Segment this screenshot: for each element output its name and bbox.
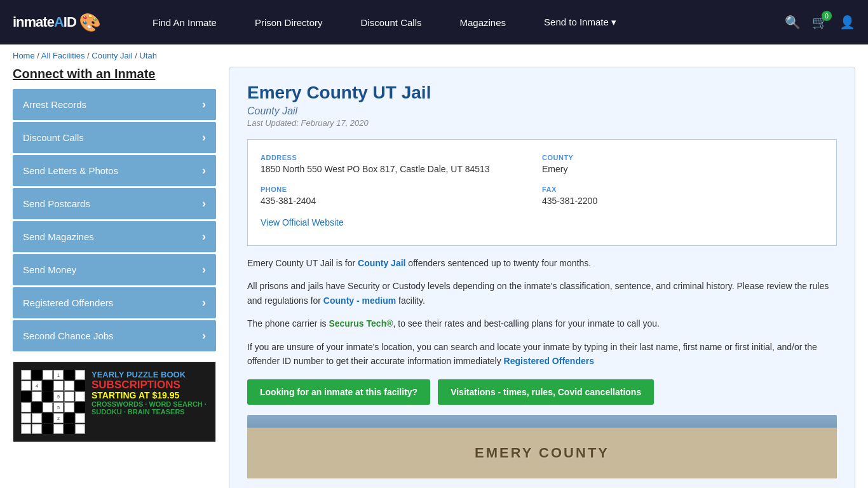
sidebar-item-label: Send Postcards [23,198,90,209]
content-panel: Emery County UT Jail County Jail Last Up… [229,67,855,488]
header: inmateAID 🎨 Find An Inmate Prison Direct… [0,0,868,44]
chevron-right-icon: › [202,98,206,111]
nav-send-to-inmate[interactable]: Send to Inmate ▾ [525,0,635,44]
chevron-right-icon: › [202,164,206,177]
sidebar-item-send-letters[interactable]: Send Letters & Photos › [13,155,216,186]
facility-building: EMERY COUNTY [247,428,837,478]
desc-2: All prisons and jails have Security or C… [247,279,837,308]
sidebar-item-label: Second Chance Jobs [23,330,114,341]
action-buttons: Looking for an inmate at this facility? … [247,379,837,405]
website-link[interactable]: View Official Website [261,217,344,227]
address-value: 1850 North 550 West PO Box 817, Castle D… [261,164,536,174]
sidebar-item-arrest-records[interactable]: Arrest Records › [13,89,216,120]
chevron-right-icon: › [202,296,206,309]
ad-banner[interactable]: 1 4 9 [13,362,216,442]
sidebar-item-discount-calls[interactable]: Discount Calls › [13,122,216,153]
facility-subtitle: County Jail [247,105,837,117]
sidebar-item-label: Send Money [23,264,76,275]
phone-label: PHONE [261,186,536,193]
logo[interactable]: inmateAID 🎨 [13,12,114,33]
header-icons: 🔍 🛒 0 👤 [785,15,855,30]
registered-offenders-link[interactable]: Registered Offenders [504,356,594,366]
county-medium-link[interactable]: County - medium [323,295,396,306]
find-inmate-button[interactable]: Looking for an inmate at this facility? [247,379,430,405]
ad-title1: YEARLY PUZZLE BOOK [92,370,208,379]
facility-updated: Last Updated: February 17, 2020 [247,118,837,128]
desc-3: The phone carrier is Securus Tech®, to s… [247,316,837,330]
county-jail-link[interactable]: County Jail [358,258,405,268]
chevron-right-icon: › [202,230,206,243]
nav-magazines[interactable]: Magazines [440,0,525,44]
chevron-right-icon: › [202,263,206,276]
website-block: View Official Website [261,214,824,235]
sidebar-item-send-magazines[interactable]: Send Magazines › [13,221,216,252]
sidebar-item-label: Discount Calls [23,132,84,143]
county-block: COUNTY Emery [542,150,824,182]
sidebar: Connect with an Inmate Arrest Records › … [13,67,216,488]
address-block: ADDRESS 1850 North 550 West PO Box 817, … [261,150,542,182]
breadcrumb-utah[interactable]: Utah [139,51,156,60]
sidebar-menu: Arrest Records › Discount Calls › Send L… [13,89,216,351]
visitations-button[interactable]: Visitations - times, rules, Covid cancel… [438,379,654,405]
county-value: Emery [542,164,817,174]
sidebar-item-send-money[interactable]: Send Money › [13,254,216,285]
phone-block: PHONE 435-381-2404 [261,182,542,214]
breadcrumb: Home / All Facilities / County Jail / Ut… [0,44,868,67]
logo-text: inmateAID [13,14,76,30]
search-icon[interactable]: 🔍 [785,15,801,30]
facility-title: Emery County UT Jail [247,83,837,103]
securus-link[interactable]: Securus Tech® [329,318,393,329]
chevron-right-icon: › [202,197,206,210]
desc-1: Emery County UT Jail is for County Jail … [247,256,837,270]
facility-image: EMERY COUNTY [247,415,837,478]
ad-title2: SUBSCRIPTIONS [92,379,208,390]
breadcrumb-home[interactable]: Home [13,51,35,60]
nav-prison-directory[interactable]: Prison Directory [236,0,342,44]
main-content: Connect with an Inmate Arrest Records › … [0,67,868,488]
chevron-right-icon: › [202,329,206,342]
cart-badge: 0 [822,11,832,21]
chevron-right-icon: › [202,131,206,144]
breadcrumb-all-facilities[interactable]: All Facilities [41,51,85,60]
facility-img-text: EMERY COUNTY [475,445,609,461]
ad-text: YEARLY PUZZLE BOOK SUBSCRIPTIONS STARTIN… [92,370,208,416]
nav-find-inmate[interactable]: Find An Inmate [133,0,236,44]
cart-icon[interactable]: 🛒 0 [812,15,828,30]
sidebar-item-send-postcards[interactable]: Send Postcards › [13,188,216,219]
sidebar-item-registered-offenders[interactable]: Registered Offenders › [13,287,216,318]
ad-title3: STARTING AT $19.95 [92,390,208,400]
sidebar-item-label: Send Magazines [23,231,94,242]
sidebar-item-label: Arrest Records [23,99,86,110]
user-icon[interactable]: 👤 [839,15,855,30]
county-label: COUNTY [542,154,817,161]
info-grid: ADDRESS 1850 North 550 West PO Box 817, … [247,139,837,246]
phone-value: 435-381-2404 [261,196,536,206]
logo-icon: 🎨 [79,12,101,33]
sidebar-title: Connect with an Inmate [13,67,216,81]
fax-value: 435-381-2200 [542,196,817,206]
crossword-grid: 1 4 9 [21,370,85,434]
desc-4: If you are unsure of your inmate's locat… [247,340,837,369]
sidebar-item-label: Send Letters & Photos [23,165,118,176]
main-nav: Find An Inmate Prison Directory Discount… [133,0,778,44]
nav-discount-calls[interactable]: Discount Calls [342,0,441,44]
ad-title4: CROSSWORDS · WORD SEARCH · SUDOKU · BRAI… [92,400,208,416]
fax-block: FAX 435-381-2200 [542,182,824,214]
fax-label: FAX [542,186,817,193]
sidebar-item-label: Registered Offenders [23,297,113,308]
breadcrumb-county-jail[interactable]: County Jail [92,51,132,60]
address-label: ADDRESS [261,154,536,161]
sidebar-item-second-chance-jobs[interactable]: Second Chance Jobs › [13,320,216,351]
